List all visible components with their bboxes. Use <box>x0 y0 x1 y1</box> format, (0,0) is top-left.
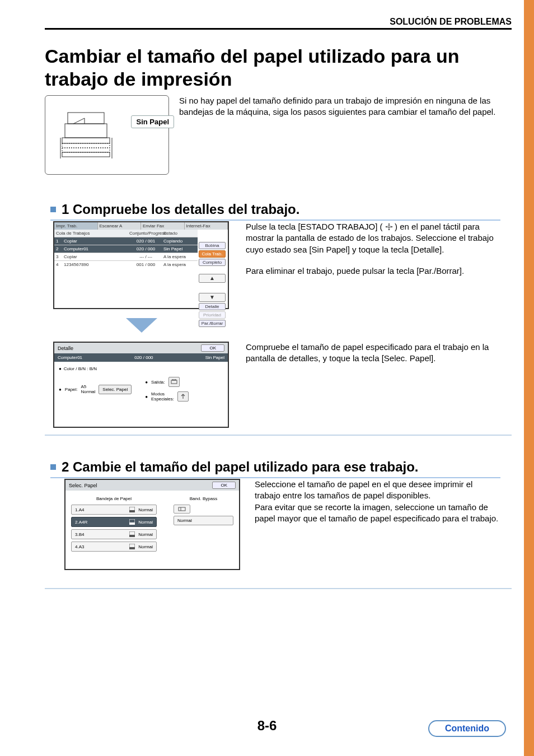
detail-status: Sin Papel <box>205 355 224 360</box>
table-row[interactable]: 1 Copiar 020 / 001 Copiando <box>54 237 198 245</box>
step2-desc-text: Seleccione el tamaño de papel en el que … <box>255 479 500 524</box>
svg-rect-0 <box>68 113 104 124</box>
bypass-tray-icon[interactable] <box>174 505 190 514</box>
special-modes-label: Modos Especiales: <box>151 391 174 402</box>
svg-rect-14 <box>172 379 176 380</box>
output-icon[interactable] <box>168 377 180 387</box>
tray-level-icon <box>129 507 135 512</box>
tray-option[interactable]: 3.B4 Normal <box>71 529 157 539</box>
divider <box>45 435 512 436</box>
table-row[interactable]: 3 Copiar --- / --- A la espera <box>54 253 198 260</box>
svg-point-8 <box>388 226 390 228</box>
svg-rect-23 <box>179 507 185 511</box>
svg-marker-12 <box>391 226 393 228</box>
page-title: Cambiar el tamaño del papel utilizado pa… <box>45 45 500 91</box>
job-status-screen: Impr. Trab. Escanear A Enviar Fax Intern… <box>53 221 229 309</box>
paper-value: A5 Normal <box>81 384 96 394</box>
complete-button[interactable]: Completo <box>199 259 226 266</box>
detail-button[interactable]: Detalle <box>199 303 226 310</box>
ok-button[interactable]: OK <box>201 344 224 352</box>
down-arrow-icon <box>126 318 157 333</box>
step2-heading: 2 Cambie el tamaño del papel utilizado p… <box>62 459 419 475</box>
intro-text: Si no hay papel del tamaño definido para… <box>179 95 500 175</box>
priority-button[interactable]: Prioridad <box>199 311 226 319</box>
step1-heading: 1 Compruebe los detalles del trabajo. <box>62 202 299 217</box>
svg-marker-10 <box>388 229 390 231</box>
svg-rect-2 <box>62 138 110 143</box>
tray-option[interactable]: 4.A3 Normal <box>71 542 157 552</box>
color-bw-line: Color / B/N : B/N <box>64 366 97 371</box>
svg-rect-13 <box>171 380 177 384</box>
job-status-key-icon <box>385 223 395 231</box>
svg-rect-1 <box>65 124 107 138</box>
special-bullet-icon: ● <box>145 394 148 399</box>
output-label: Salida: <box>151 380 165 385</box>
paper-bullet-icon: ● <box>59 387 62 392</box>
special-modes-icon[interactable] <box>177 391 189 402</box>
tray-level-icon <box>129 519 135 525</box>
svg-rect-19 <box>129 535 135 537</box>
col-progress: Conjunto/Progreso <box>128 230 162 237</box>
svg-marker-9 <box>388 223 390 225</box>
printer-illustration: Sin Papel <box>45 95 169 175</box>
stop-delete-button[interactable]: Par./Borrar <box>199 320 226 327</box>
tab-scan-to[interactable]: Escanear A <box>98 222 142 230</box>
paper-label: Papel: <box>65 387 78 392</box>
col-status: Estado <box>162 230 198 237</box>
detail-progress: 020 / 000 <box>134 355 153 360</box>
svg-rect-15 <box>129 510 135 512</box>
step1-bullet <box>50 207 56 212</box>
header-section: SOLUCIÓN DE PROBLEMAS <box>45 17 512 30</box>
tray-level-icon <box>129 544 135 549</box>
step1-desc-a: Pulse la tecla [ESTADO TRABAJO] ( <box>246 222 383 231</box>
table-row[interactable]: 4 1234567890 001 / 000 A la espera <box>54 260 198 268</box>
side-stripe <box>524 0 534 756</box>
spool-button[interactable]: Bobina <box>199 242 226 249</box>
detail-job-name: Computer01 <box>58 355 82 360</box>
svg-rect-21 <box>129 547 135 549</box>
scroll-down-button[interactable]: ▼ <box>199 293 226 302</box>
svg-rect-4 <box>62 148 110 152</box>
detail-desc-text: Compruebe el tamaño de papel especificad… <box>246 342 500 365</box>
tab-internet-fax[interactable]: Internet-Fax <box>185 222 228 230</box>
select-paper-button[interactable]: Selec. Papel <box>99 385 132 394</box>
divider <box>45 588 512 589</box>
paper-tray-column-head: Bandeja de Papel <box>71 496 157 501</box>
ok-button[interactable]: OK <box>212 482 236 489</box>
bypass-column-head: Band. Bypass <box>174 496 233 501</box>
contents-button[interactable]: Contenido <box>428 720 506 737</box>
tray-level-icon <box>129 531 135 537</box>
step1-desc-p2: Para eliminar el trabajo, puede pulsar l… <box>246 265 500 277</box>
scroll-up-button[interactable]: ▲ <box>199 274 226 283</box>
color-bw-bullet-icon: ● <box>59 366 62 371</box>
bypass-option[interactable]: Normal <box>174 516 233 525</box>
tab-print-job[interactable]: Impr. Trab. <box>54 222 98 230</box>
printer-icon <box>54 107 121 163</box>
svg-rect-17 <box>129 522 135 525</box>
job-queue-button[interactable]: Cola Trab. <box>199 250 226 258</box>
select-paper-title: Selec. Papel <box>69 483 97 488</box>
bypass-icon <box>178 506 186 512</box>
select-paper-screen: Selec. Papel OK Bandeja de Papel 1.A4 No… <box>64 479 240 570</box>
tray-option[interactable]: 2.A4R Normal <box>71 517 157 527</box>
detail-title: Detalle <box>58 346 73 351</box>
step1-text-block: Pulse la tecla [ESTADO TRABAJO] ( ) en e… <box>246 221 500 277</box>
no-paper-badge: Sin Papel <box>131 115 174 128</box>
tray-option[interactable]: 1.A4 Normal <box>71 505 157 515</box>
svg-rect-3 <box>62 143 110 148</box>
detail-screen: Detalle OK Computer01 020 / 000 Sin Pape… <box>53 342 229 428</box>
tab-send-fax[interactable]: Enviar Fax <box>141 222 185 230</box>
table-row[interactable]: 2 Computer01 020 / 000 Sin Papel <box>54 245 198 253</box>
col-queue: Cola de Trabajos <box>54 230 128 237</box>
output-bullet-icon: ● <box>145 380 148 385</box>
svg-rect-5 <box>62 152 110 157</box>
step2-bullet <box>50 464 56 470</box>
svg-marker-11 <box>385 226 387 228</box>
